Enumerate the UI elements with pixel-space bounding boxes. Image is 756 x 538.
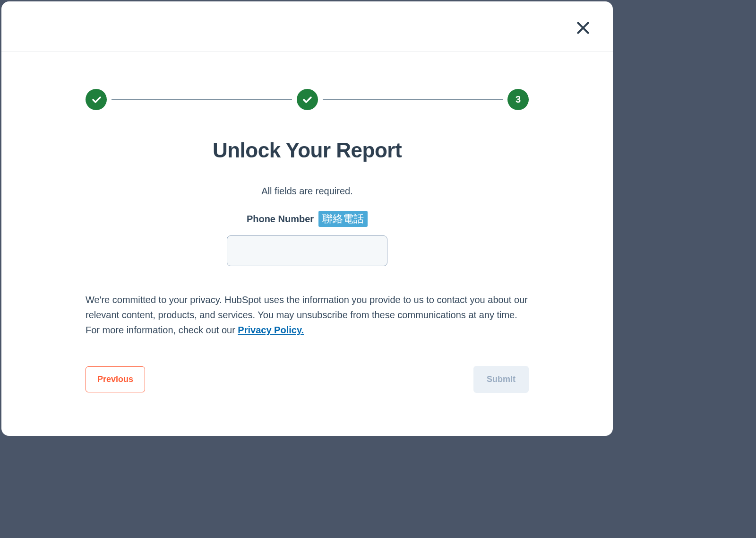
step-line-1 <box>112 99 292 100</box>
previous-button[interactable]: Previous <box>86 366 145 392</box>
button-row: Previous Submit <box>86 366 529 393</box>
privacy-policy-link[interactable]: Privacy Policy. <box>238 325 304 335</box>
phone-label-row: Phone Number 聯絡電話 <box>247 211 368 227</box>
phone-label: Phone Number <box>247 214 314 225</box>
modal-dialog: 3 Unlock Your Report All fields are requ… <box>1 1 613 436</box>
check-icon <box>91 94 102 105</box>
privacy-text-body: We're committed to your privacy. HubSpot… <box>86 295 528 335</box>
check-icon <box>301 94 313 105</box>
page-title: Unlock Your Report <box>86 139 529 162</box>
phone-form-group: Phone Number 聯絡電話 <box>86 211 529 266</box>
stepper: 3 <box>86 89 529 110</box>
close-icon <box>576 20 591 35</box>
translate-badge[interactable]: 聯絡電話 <box>318 211 368 227</box>
step-1-complete <box>86 89 107 110</box>
close-button[interactable] <box>575 19 592 36</box>
modal-body: 3 Unlock Your Report All fields are requ… <box>1 89 613 393</box>
step-3-current: 3 <box>507 89 529 110</box>
submit-button[interactable]: Submit <box>473 366 529 393</box>
step-2-complete <box>297 89 318 110</box>
step-line-2 <box>323 99 503 100</box>
modal-header <box>1 1 613 52</box>
required-fields-note: All fields are required. <box>86 186 529 197</box>
privacy-text: We're committed to your privacy. HubSpot… <box>86 292 529 338</box>
phone-input[interactable] <box>227 235 387 266</box>
